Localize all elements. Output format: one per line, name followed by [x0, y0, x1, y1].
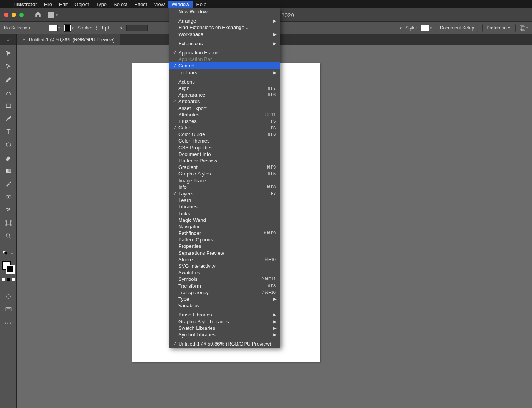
menuitem-artboards[interactable]: ✓Artboards — [169, 98, 280, 105]
menu-window[interactable]: Window — [168, 1, 193, 8]
preferences-button[interactable]: Preferences — [482, 24, 516, 32]
chevron-down-icon[interactable]: ▾ — [120, 26, 122, 30]
menu-help[interactable]: Help — [193, 1, 210, 8]
panel-toggle[interactable]: ›› — [0, 34, 17, 45]
menuitem-graphic-styles[interactable]: Graphic Styles⇧F5 — [169, 170, 280, 177]
selection-tool[interactable] — [4, 49, 13, 58]
menuitem-appearance[interactable]: Appearance⇧F6 — [169, 92, 280, 98]
fill-stroke-control[interactable] — [2, 261, 15, 274]
menuitem-new-window[interactable]: New Window — [169, 8, 280, 15]
color-mode-solid[interactable] — [2, 277, 6, 281]
menuitem-workspace[interactable]: Workspace▶ — [169, 31, 280, 38]
rotate-tool[interactable] — [4, 140, 13, 149]
menuitem-properties[interactable]: Properties — [169, 243, 280, 249]
align-options-icon[interactable]: ▾ — [519, 25, 528, 31]
home-icon[interactable] — [35, 11, 41, 19]
graphic-style-dropdown[interactable]: ▾ — [421, 25, 432, 31]
menuitem-transform[interactable]: Transform⇧F8 — [169, 283, 280, 289]
stroke-swatch-dropdown[interactable]: ▾ — [64, 25, 74, 31]
swap-fill-stroke-icon[interactable] — [10, 251, 14, 255]
color-mode-none[interactable] — [11, 277, 15, 281]
window-close-button[interactable] — [4, 13, 8, 17]
menuitem-css-properties[interactable]: CSS Properties — [169, 144, 280, 151]
menuitem-info[interactable]: Info⌘F8 — [169, 184, 280, 190]
menuitem-separations-preview[interactable]: Separations Preview — [169, 250, 280, 256]
menuitem-learn[interactable]: Learn — [169, 197, 280, 203]
blend-tool[interactable] — [4, 192, 13, 202]
menuitem-align[interactable]: Align⇧F7 — [169, 85, 280, 92]
pen-tool[interactable] — [4, 75, 13, 84]
stroke-stepper[interactable]: ▴▾ — [96, 25, 97, 31]
menuitem-libraries[interactable]: Libraries — [169, 203, 280, 210]
menuitem-document-info[interactable]: Document Info — [169, 151, 280, 157]
brush-definition-dropdown[interactable] — [126, 25, 148, 31]
artboard-tool[interactable] — [4, 218, 13, 228]
menuitem-swatch-libraries[interactable]: Swatch Libraries▶ — [169, 325, 280, 331]
type-tool[interactable] — [4, 127, 13, 136]
stroke-label[interactable]: Stroke: — [77, 25, 92, 31]
menu-select[interactable]: Select — [110, 1, 131, 8]
close-icon[interactable]: ✕ — [22, 37, 26, 42]
eyedropper-tool[interactable] — [4, 179, 13, 188]
menuitem-pattern-options[interactable]: Pattern Options — [169, 236, 280, 243]
document-tab[interactable]: ✕ Untitled-1 @ 50,86% (RGB/GPU Preview) — [17, 34, 120, 45]
menuitem-attributes[interactable]: Attributes⌘F11 — [169, 111, 280, 118]
document-setup-button[interactable]: Document Setup — [436, 24, 478, 32]
workspace-switcher[interactable]: ▾ — [48, 12, 58, 18]
window-minimize-button[interactable] — [12, 13, 16, 17]
menuitem-navigator[interactable]: Navigator — [169, 223, 280, 230]
menuitem-color[interactable]: ✓ColorF6 — [169, 125, 280, 131]
menu-edit[interactable]: Edit — [56, 1, 71, 8]
menuitem-flattener-preview[interactable]: Flattener Preview — [169, 157, 280, 164]
menuitem-type[interactable]: Type▶ — [169, 296, 280, 302]
menu-file[interactable]: File — [41, 1, 56, 8]
menuitem-variables[interactable]: Variables — [169, 302, 280, 309]
fill-swatch-dropdown[interactable]: ▾ — [49, 25, 60, 31]
curvature-tool[interactable] — [4, 88, 13, 97]
menu-view[interactable]: View — [150, 1, 168, 8]
menuitem-brush-libraries[interactable]: Brush Libraries▶ — [169, 311, 280, 318]
draw-mode-icon[interactable] — [4, 292, 13, 301]
menuitem-actions[interactable]: Actions — [169, 79, 280, 85]
screen-mode-icon[interactable] — [4, 305, 13, 314]
stroke-weight-input[interactable]: 1 pt — [101, 25, 117, 31]
menuitem-asset-export[interactable]: Asset Export — [169, 105, 280, 111]
menuitem-color-themes[interactable]: Color Themes — [169, 138, 280, 144]
menuitem-layers[interactable]: ✓LayersF7 — [169, 190, 280, 197]
menuitem-image-trace[interactable]: Image Trace — [169, 177, 280, 184]
menuitem-toolbars[interactable]: Toolbars▶ — [169, 69, 280, 76]
menuitem-svg-interactivity[interactable]: SVG Interactivity — [169, 263, 280, 269]
color-mode-gradient[interactable] — [7, 277, 10, 281]
chevron-down-icon[interactable]: ▾ — [400, 26, 402, 30]
zoom-tool[interactable] — [4, 231, 13, 241]
menuitem-gradient[interactable]: Gradient⌘F9 — [169, 164, 280, 170]
menuitem-graphic-style-libraries[interactable]: Graphic Style Libraries▶ — [169, 318, 280, 324]
menuitem-transparency[interactable]: Transparency⇧⌘F10 — [169, 289, 280, 296]
window-zoom-button[interactable] — [19, 13, 24, 17]
direct-selection-tool[interactable] — [4, 62, 13, 71]
menu-object[interactable]: Object — [71, 1, 92, 8]
menuitem-magic-wand[interactable]: Magic Wand — [169, 217, 280, 223]
rectangle-tool[interactable] — [4, 101, 13, 110]
menuitem-brushes[interactable]: BrushesF5 — [169, 118, 280, 125]
menuitem-untitled-1-50-86-rgb-gpu-preview[interactable]: ✓Untitled-1 @ 50,86% (RGB/GPU Preview) — [169, 341, 280, 347]
eraser-tool[interactable] — [4, 153, 13, 162]
menuitem-links[interactable]: Links — [169, 210, 280, 216]
menuitem-arrange[interactable]: Arrange▶ — [169, 18, 280, 24]
menuitem-extensions[interactable]: Extensions▶ — [169, 40, 280, 47]
menuitem-color-guide[interactable]: Color Guide⇧F3 — [169, 131, 280, 138]
edit-toolbar-button[interactable]: ••• — [5, 320, 12, 326]
menu-illustrator[interactable]: Illustrator — [11, 1, 41, 8]
menuitem-stroke[interactable]: Stroke⌘F10 — [169, 256, 280, 263]
symbol-sprayer-tool[interactable] — [4, 205, 13, 215]
menu-effect[interactable]: Effect — [131, 1, 150, 8]
menuitem-symbols[interactable]: Symbols⇧⌘F11 — [169, 276, 280, 282]
menu-type[interactable]: Type — [92, 1, 110, 8]
menuitem-symbol-libraries[interactable]: Symbol Libraries▶ — [169, 331, 280, 338]
stroke-color[interactable] — [6, 265, 15, 274]
default-fill-stroke-icon[interactable] — [3, 251, 7, 255]
menuitem-control[interactable]: ✓Control — [169, 62, 280, 69]
menuitem-application-frame[interactable]: ✓Application Frame — [169, 49, 280, 56]
gradient-tool[interactable] — [4, 166, 13, 175]
menuitem-swatches[interactable]: Swatches — [169, 269, 280, 276]
